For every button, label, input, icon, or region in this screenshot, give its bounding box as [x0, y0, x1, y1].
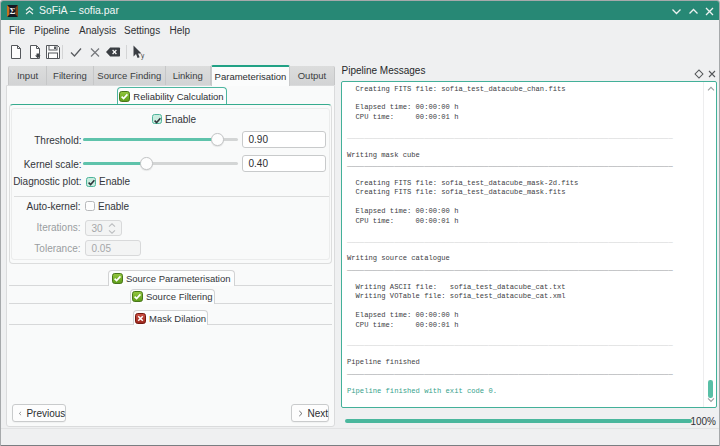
diagnostic-plot-checkbox[interactable]: [86, 177, 96, 187]
threshold-slider-handle[interactable]: [211, 133, 224, 146]
tab-output[interactable]: Output: [290, 66, 335, 85]
previous-button-label: Previous: [26, 408, 65, 419]
scrollbar-thumb[interactable]: [708, 380, 713, 398]
checked-icon: [119, 91, 130, 102]
log-blank-line: [347, 170, 699, 179]
crossed-icon: [135, 313, 146, 324]
toolbar-separator: [62, 45, 63, 59]
log-blank-line: [347, 330, 699, 339]
window-title: SoFiA – sofia.par: [39, 1, 119, 20]
previous-button[interactable]: Previous: [12, 404, 67, 422]
next-button[interactable]: Next: [291, 404, 330, 422]
tab-source-parameterisation[interactable]: Source Parameterisation: [108, 270, 236, 286]
threshold-input[interactable]: 0.90: [242, 131, 327, 148]
auto-kernel-enable-label: Enable: [98, 201, 129, 212]
kernel-scale-input[interactable]: 0.40: [242, 155, 327, 172]
chevron-right-icon: [297, 409, 304, 418]
minimize-button[interactable]: [671, 6, 682, 17]
next-button-label: Next: [307, 408, 328, 419]
statusbar: [1, 428, 719, 445]
log-line: CPU time: 00:00:01 h: [347, 321, 699, 330]
log-line: Creating FITS file: sofia_test_datacube_…: [347, 85, 699, 94]
auto-kernel-label: Auto-kernel:: [27, 201, 81, 212]
log-separator: ________________________________________…: [347, 339, 699, 348]
keep-above-icon[interactable]: [25, 6, 34, 15]
menu-pipeline[interactable]: Pipeline: [32, 20, 72, 41]
menu-file[interactable]: File: [7, 20, 27, 41]
log-separator: ________________________________________…: [347, 264, 699, 273]
vertical-scrollbar[interactable]: [703, 82, 716, 407]
section-tab-label: Source Filtering: [146, 291, 213, 302]
log-line: Writing source catalogue: [347, 254, 699, 263]
app-icon: Σ: [7, 5, 18, 17]
kernel-scale-slider-fill: [83, 162, 146, 166]
dock-title: Pipeline Messages: [342, 65, 426, 76]
log-line: Creating FITS file: sofia_test_datacube_…: [347, 179, 699, 188]
scroll-up-icon[interactable]: [707, 86, 715, 92]
log-blank-line: [347, 94, 699, 103]
log-line: CPU time: 00:00:01 h: [347, 113, 699, 122]
chevron-left-icon: [18, 409, 23, 418]
pipeline-progressbar: [345, 419, 692, 423]
save-file-button[interactable]: [45, 44, 61, 60]
log-blank-line: [347, 245, 699, 254]
pipeline-messages-dock: Pipeline Messages Creating FITS file: so…: [336, 63, 719, 428]
maximize-button[interactable]: [688, 6, 699, 17]
log-line: Pipeline finished: [347, 358, 699, 367]
menu-settings[interactable]: Settings: [122, 20, 162, 41]
log-blank-line: [347, 122, 699, 131]
log-blank-line: [347, 377, 699, 386]
close-button[interactable]: [704, 6, 715, 17]
reliability-enable-checkbox[interactable]: [152, 114, 162, 124]
tab-filtering[interactable]: Filtering: [47, 66, 94, 85]
tolerance-input[interactable]: 0.05: [85, 240, 141, 256]
tab-mask-dilation[interactable]: Mask Dilation: [133, 310, 208, 325]
pipeline-messages-textarea[interactable]: Creating FITS file: sofia_test_datacube_…: [341, 81, 717, 408]
clear-messages-button[interactable]: [105, 44, 121, 60]
scroll-down-icon[interactable]: [707, 397, 715, 403]
tab-source-finding[interactable]: Source Finding: [94, 66, 166, 85]
log-blank-line: [347, 273, 699, 282]
log-separator: ________________________________________…: [347, 236, 699, 245]
reliability-enable-label: Enable: [165, 114, 196, 125]
tab-linking[interactable]: Linking: [166, 66, 212, 85]
log-line: Elapsed time: 00:00:00 h: [347, 103, 699, 112]
parameters-panel: InputFilteringSource FindingLinkingParam…: [1, 62, 336, 428]
run-pipeline-button[interactable]: [68, 44, 84, 60]
menu-help[interactable]: Help: [168, 20, 193, 41]
new-file-button[interactable]: [8, 44, 24, 60]
kernel-scale-label: Kernel scale:: [24, 159, 82, 170]
tab-reliability-label: Reliability Calculation: [133, 91, 223, 102]
menu-analysis[interactable]: Analysis: [77, 20, 118, 41]
form-separator: [14, 196, 329, 197]
log-blank-line: [347, 302, 699, 311]
log-line: Creating FITS file: sofia_test_datacube_…: [347, 188, 699, 197]
open-file-button[interactable]: [27, 44, 43, 60]
close-dock-icon[interactable]: [707, 69, 717, 79]
svg-text:y: y: [141, 52, 145, 60]
diagnostic-plot-enable-label: Enable: [99, 176, 130, 187]
float-dock-icon[interactable]: [694, 69, 704, 79]
log-blank-line: [347, 349, 699, 358]
tab-source-filtering[interactable]: Source Filtering: [130, 289, 216, 305]
log-blank-line: [347, 226, 699, 235]
auto-kernel-checkbox[interactable]: [85, 201, 95, 211]
tab-parameterisation[interactable]: Parameterisation: [211, 65, 290, 86]
svg-text:Σ: Σ: [10, 6, 16, 16]
log-separator: ________________________________________…: [347, 160, 699, 169]
toolbar: y: [1, 41, 719, 63]
abort-pipeline-button[interactable]: [87, 44, 103, 60]
log-line: Elapsed time: 00:00:00 h: [347, 207, 699, 216]
whats-this-button[interactable]: y: [130, 44, 146, 60]
spinbox-arrows-icon[interactable]: [106, 222, 118, 235]
titlebar[interactable]: Σ SoFiA – sofia.par: [1, 1, 719, 20]
kernel-scale-slider-handle[interactable]: [140, 157, 153, 170]
log-line: Pipeline finished with exit code 0.: [347, 387, 699, 396]
log-line: Elapsed time: 00:00:00 h: [347, 311, 699, 320]
tab-reliability-calculation[interactable]: Reliability Calculation: [117, 87, 227, 104]
toolbar-separator: [126, 45, 127, 59]
progress-percentage: 100%: [690, 416, 716, 427]
tab-input[interactable]: Input: [8, 66, 47, 85]
application-window: Σ SoFiA – sofia.par FilePipelineAnalysis…: [0, 0, 720, 446]
section-tab-label: Mask Dilation: [149, 313, 206, 324]
